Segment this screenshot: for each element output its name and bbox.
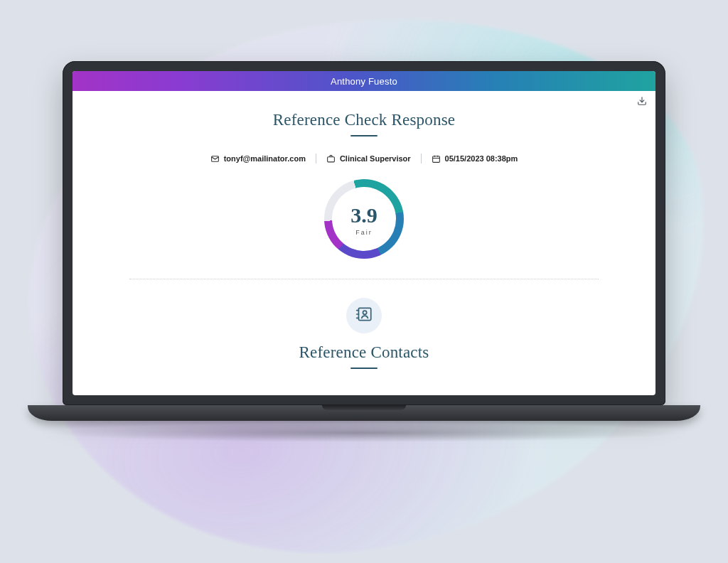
- contact-card-icon: [355, 305, 373, 326]
- contacts-icon-circle: [346, 298, 382, 333]
- briefcase-icon: [326, 154, 336, 163]
- meta-role-value: Clinical Supervisor: [340, 154, 411, 163]
- app-screen: Anthony Fuesto Reference Check Response: [73, 71, 655, 395]
- meta-email: tonyf@mailinator.com: [200, 154, 316, 163]
- contacts-title: Reference Contacts: [73, 343, 655, 362]
- laptop-base: [28, 405, 700, 421]
- title-underline: [350, 135, 378, 136]
- score-label: Fair: [355, 229, 373, 236]
- meta-email-value: tonyf@mailinator.com: [224, 154, 306, 163]
- svg-rect-3: [432, 156, 439, 162]
- calendar-icon: [432, 154, 441, 163]
- gauge-center: 3.9 Fair: [332, 187, 396, 251]
- laptop-lid: Anthony Fuesto Reference Check Response: [63, 61, 665, 405]
- candidate-titlebar: Anthony Fuesto: [73, 71, 655, 91]
- laptop-frame: Anthony Fuesto Reference Check Response: [63, 61, 665, 442]
- svg-rect-2: [328, 156, 335, 161]
- meta-datetime: 05/15/2023 08:38pm: [422, 154, 528, 163]
- meta-role: Clinical Supervisor: [316, 154, 421, 163]
- toolbar: [73, 91, 655, 108]
- page-content: Reference Check Response tonyf@mailinato…: [73, 108, 655, 395]
- laptop-shadow: [44, 424, 684, 442]
- contacts-section: Reference Contacts: [73, 298, 655, 369]
- mail-icon: [210, 154, 220, 163]
- title-underline: [350, 368, 378, 369]
- meta-row: tonyf@mailinator.com Clinical Supervisor: [73, 154, 655, 163]
- meta-datetime-value: 05/15/2023 08:38pm: [445, 154, 518, 163]
- download-icon[interactable]: [637, 96, 647, 106]
- score-gauge: 3.9 Fair: [324, 179, 404, 259]
- divider: [129, 279, 599, 279]
- svg-point-8: [363, 311, 366, 314]
- page-title: Reference Check Response: [73, 111, 655, 129]
- candidate-name: Anthony Fuesto: [331, 76, 397, 87]
- score-value: 3.9: [350, 203, 378, 227]
